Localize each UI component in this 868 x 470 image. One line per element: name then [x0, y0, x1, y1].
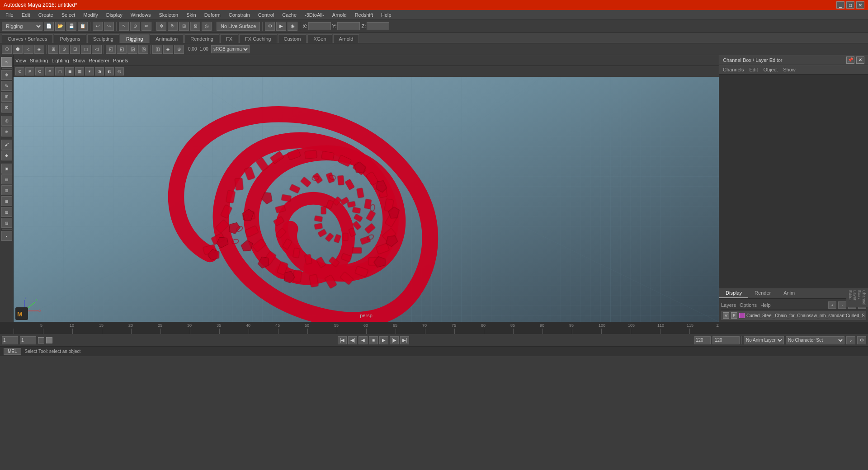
snap-curve-btn[interactable]: ⊙: [59, 45, 69, 54]
light-btn[interactable]: ◳: [138, 45, 148, 54]
tab-show[interactable]: Show: [783, 67, 796, 72]
tab-fx-caching[interactable]: FX Caching: [239, 34, 277, 43]
tab-animation[interactable]: Animation: [150, 34, 184, 43]
render-settings-button[interactable]: ⚙: [265, 22, 275, 31]
rotate-button[interactable]: ↻: [168, 22, 178, 31]
tab-channels[interactable]: Channels: [723, 67, 744, 72]
menu-windows[interactable]: Windows: [127, 11, 155, 19]
ortho-btn[interactable]: O: [35, 67, 44, 75]
tab-curves-surfaces[interactable]: Curves / Surfaces: [2, 34, 53, 43]
vp-menu-renderer[interactable]: Renderer: [89, 58, 109, 63]
component-btn[interactable]: ◈: [34, 45, 44, 54]
menu-modify[interactable]: Modify: [80, 11, 101, 19]
viewport[interactable]: View Shading Lighting Show Renderer Pane…: [14, 55, 719, 322]
move-button[interactable]: ✥: [156, 22, 166, 31]
object-btn[interactable]: ◁: [24, 45, 33, 54]
title-bar-controls[interactable]: _ □ ✕: [836, 1, 864, 9]
snap-point-btn[interactable]: ⊡: [70, 45, 80, 54]
menu-control[interactable]: Control: [255, 11, 278, 19]
menu-redshift[interactable]: Redshift: [351, 11, 377, 19]
play-back-btn[interactable]: ◀: [359, 336, 368, 344]
select-tool-btn[interactable]: ↖: [1, 57, 12, 67]
settings-btn[interactable]: ⚙: [857, 336, 866, 344]
step-to-end-btn[interactable]: ▶|: [400, 336, 409, 344]
menu-display[interactable]: Display: [103, 11, 126, 19]
hierarchy-btn[interactable]: ⬢: [13, 45, 23, 54]
snap-normal-btn[interactable]: ◁: [92, 45, 102, 54]
stop-btn[interactable]: ■: [369, 336, 378, 344]
step-back-to-start-btn[interactable]: |◀: [338, 336, 347, 344]
tab-edit[interactable]: Edit: [749, 67, 758, 72]
ao-vp-btn[interactable]: ◐: [105, 67, 114, 75]
menu-skin[interactable]: Skin: [183, 11, 199, 19]
sculpt-btn[interactable]: ◆: [1, 150, 12, 160]
cam-btn[interactable]: ⊙: [15, 67, 24, 75]
menu-edit[interactable]: Edit: [18, 11, 34, 19]
panel-pin-btn[interactable]: 📌: [846, 56, 854, 64]
tab-sculpting[interactable]: Sculpting: [87, 34, 119, 43]
rb-tab-anim[interactable]: Anim: [777, 288, 801, 298]
quick-sel-5[interactable]: ▧: [1, 207, 12, 217]
layer-delete-btn[interactable]: -: [838, 301, 846, 309]
menu-arnold[interactable]: Arnold: [329, 11, 350, 19]
soft-mod-button[interactable]: ◎: [202, 22, 212, 31]
tab-rigging[interactable]: Rigging: [120, 34, 149, 43]
save-as-button[interactable]: 📋: [78, 22, 88, 31]
scale-button[interactable]: ⊞: [179, 22, 189, 31]
tab-object[interactable]: Object: [763, 67, 778, 72]
symmetry-btn[interactable]: ◫: [152, 45, 162, 54]
close-button[interactable]: ✕: [856, 1, 864, 9]
layer-create-btn[interactable]: +: [828, 301, 836, 309]
anim-layer-select[interactable]: No Anim Layer: [744, 336, 784, 344]
universal-button[interactable]: ⊠: [190, 22, 200, 31]
menu-create[interactable]: Create: [35, 11, 57, 19]
render-frame-button[interactable]: ▶: [276, 22, 286, 31]
vp-menu-show[interactable]: Show: [73, 58, 85, 63]
quick-sel-3[interactable]: ▥: [1, 185, 12, 195]
layer-item[interactable]: V P Curled_Steel_Chain_for_Chainsaw_mb_s…: [721, 311, 866, 320]
play-forward-btn[interactable]: ▶: [379, 336, 388, 344]
ipr-button[interactable]: ◉: [288, 22, 297, 31]
char-set-select[interactable]: No Character Set: [786, 336, 844, 344]
shadow-vp-btn[interactable]: ◑: [95, 67, 104, 75]
tab-arnold[interactable]: Arnold: [333, 34, 359, 43]
paint-select-button[interactable]: ✏: [142, 22, 151, 31]
menu-deform[interactable]: Deform: [201, 11, 224, 19]
quick-sel-6[interactable]: ▨: [1, 218, 12, 228]
quick-sel-2[interactable]: ▤: [1, 174, 12, 184]
vp-menu-view[interactable]: View: [15, 58, 26, 63]
tab-custom[interactable]: Custom: [278, 34, 307, 43]
vp-menu-panels[interactable]: Panels: [113, 58, 128, 63]
tab-fx[interactable]: FX: [220, 34, 238, 43]
vp-menu-lighting[interactable]: Lighting: [52, 58, 69, 63]
rb-tab-render[interactable]: Render: [748, 288, 777, 298]
smooth-vp-btn[interactable]: ◼: [65, 67, 74, 75]
menu-3dtoall[interactable]: -3DtoAll-: [301, 11, 328, 19]
restore-button[interactable]: □: [846, 1, 854, 9]
dof-vp-btn[interactable]: ◎: [115, 67, 124, 75]
tab-xgen[interactable]: XGen: [307, 34, 332, 43]
menu-cache[interactable]: Cache: [278, 11, 300, 19]
sound-btn[interactable]: ♪: [846, 336, 855, 344]
frame-color-btn[interactable]: [38, 337, 44, 343]
undo-button[interactable]: ↩: [93, 22, 103, 31]
select-mode-btn[interactable]: ⬡: [2, 45, 12, 54]
minimize-button[interactable]: _: [836, 1, 844, 9]
new-scene-button[interactable]: 📄: [44, 22, 54, 31]
menu-constrain[interactable]: Constrain: [225, 11, 254, 19]
scale-tool-btn[interactable]: ⊞: [1, 92, 12, 102]
save-scene-button[interactable]: 💾: [66, 22, 76, 31]
gamma-select[interactable]: sRGB gamma: [211, 45, 250, 53]
viewport-canvas[interactable]: persp Y X Z M M: [14, 77, 719, 322]
workspace-dropdown[interactable]: Rigging: [2, 22, 42, 31]
redo-button[interactable]: ↪: [104, 22, 114, 31]
start-frame-input[interactable]: [2, 336, 18, 344]
persp-btn[interactable]: P: [25, 67, 34, 75]
texture-vp-btn[interactable]: ▦: [75, 67, 84, 75]
layer-visible-btn[interactable]: V: [723, 312, 729, 319]
quick-sel-1[interactable]: ▣: [1, 164, 12, 174]
camera-btn[interactable]: ⊕: [174, 45, 184, 54]
smooth-btn[interactable]: ◱: [117, 45, 127, 54]
vp-menu-shading[interactable]: Shading: [30, 58, 48, 63]
snap-grid-btn[interactable]: ⊞: [48, 45, 58, 54]
